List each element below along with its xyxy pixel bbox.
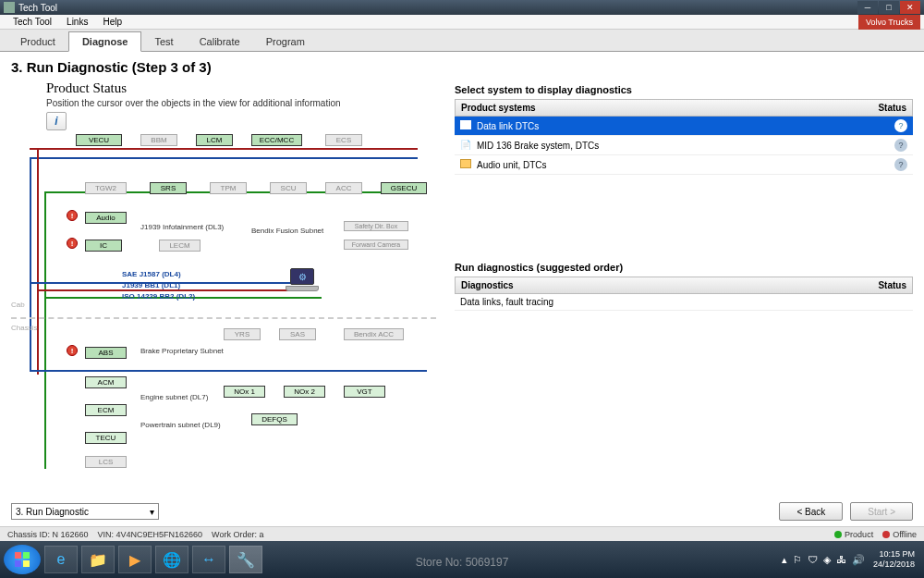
tray-time: 10:15 PM — [873, 549, 915, 560]
node-sas[interactable]: SAS — [279, 328, 316, 340]
system-label: Audio unit, DTCs — [477, 160, 861, 170]
back-button[interactable]: < Back — [779, 502, 843, 521]
taskbar-teamviewer[interactable]: ↔ — [192, 546, 225, 573]
product-status-title: Product Status — [46, 80, 445, 96]
module-icon: 📄 — [460, 140, 473, 151]
system-row-audio[interactable]: Audio unit, DTCs ? — [455, 155, 913, 175]
label-engine: Engine subnet (DL7) — [140, 393, 208, 401]
run-diagnostics-title: Run diagnostics (suggested order) — [455, 262, 913, 273]
step-dropdown[interactable]: 3. Run Diagnostic ▾ — [11, 503, 159, 520]
taskbar: e 📁 ▶ 🌐 ↔ 🔧 Store No: 5069197 ▴ ⚐ 🛡 ◈ 🖧 … — [0, 541, 924, 578]
node-eccmcc[interactable]: ECC/MCC — [251, 134, 302, 146]
node-vgt[interactable]: VGT — [344, 386, 385, 398]
minimize-button[interactable]: ─ — [857, 1, 878, 14]
node-abs[interactable]: ABS — [85, 347, 127, 359]
start-button[interactable]: Start > — [850, 502, 913, 521]
tray-date: 24/12/2018 — [873, 560, 915, 570]
status-icon: ? — [861, 158, 907, 171]
offline-status-dot — [882, 531, 890, 538]
tab-diagnose[interactable]: Diagnose — [68, 31, 142, 52]
node-gsecu[interactable]: GSECU — [381, 182, 427, 194]
node-lcm[interactable]: LCM — [196, 134, 233, 146]
node-yrs[interactable]: YRS — [224, 328, 261, 340]
close-button[interactable]: ✕ — [900, 1, 920, 14]
maximize-button[interactable]: □ — [879, 1, 899, 14]
node-scu[interactable]: SCU — [270, 182, 307, 194]
bottom-controls: 3. Run Diagnostic ▾ < Back Start > — [11, 500, 913, 523]
node-tecu[interactable]: TECU — [85, 432, 127, 444]
window-title: Tech Tool — [18, 3, 57, 13]
taskbar-ie[interactable]: e — [44, 546, 78, 573]
node-tgw2[interactable]: TGW2 — [85, 182, 127, 194]
label-sae: SAE J1587 (DL4) — [122, 270, 181, 278]
menu-techtool[interactable]: Tech Tool — [6, 17, 59, 27]
node-ecm[interactable]: ECM — [85, 404, 127, 416]
node-safety[interactable]: Safety Dir. Box — [344, 221, 408, 231]
status-workorder: Work Order: a — [212, 530, 263, 539]
select-system-title: Select system to display diagnostics — [455, 84, 913, 95]
tab-product[interactable]: Product — [7, 32, 68, 51]
label-cab: Cab — [11, 301, 25, 309]
diag-header-col1: Diagnostics — [461, 280, 860, 290]
node-lecm[interactable]: LECM — [159, 240, 201, 252]
info-button[interactable]: i — [46, 112, 67, 130]
dropdown-label: 3. Run Diagnostic — [16, 507, 89, 517]
diag-row[interactable]: Data links, fault tracing — [455, 294, 913, 311]
tray-flag-icon[interactable]: ⚐ — [793, 554, 802, 566]
tab-program[interactable]: Program — [253, 32, 318, 51]
menu-help[interactable]: Help — [95, 17, 129, 27]
product-status-subtitle: Position the cursor over the objects in … — [46, 98, 445, 108]
node-bendixacc[interactable]: Bendix ACC — [344, 328, 404, 340]
node-srs[interactable]: SRS — [150, 182, 187, 194]
system-row-datalink[interactable]: Data link DTCs ? — [455, 117, 913, 136]
node-vecu[interactable]: VECU — [76, 134, 122, 146]
node-ecs[interactable]: ECS — [325, 134, 362, 146]
tray-volume-icon[interactable]: 🔊 — [852, 554, 865, 566]
svg-rect-3 — [23, 560, 30, 567]
tray-shield-icon[interactable]: 🛡 — [808, 554, 818, 565]
tray-clock[interactable]: 10:15 PM 24/12/2018 — [873, 549, 915, 570]
node-tpm[interactable]: TPM — [210, 182, 247, 194]
tabbar: Product Diagnose Test Calibrate Program — [0, 30, 924, 52]
tab-calibrate[interactable]: Calibrate — [187, 32, 253, 51]
systems-header-col2: Status — [860, 103, 906, 113]
node-acc[interactable]: ACC — [325, 182, 362, 194]
laptop-icon: ⚙ — [284, 268, 321, 294]
left-panel: Product Status Position the cursor over … — [11, 80, 455, 497]
taskbar-explorer[interactable]: 📁 — [81, 546, 115, 573]
node-nox2[interactable]: NOx 2 — [284, 386, 325, 398]
menubar: Tech Tool Links Help Volvo Trucks — [0, 15, 924, 30]
taskbar-chrome[interactable]: 🌐 — [155, 546, 188, 573]
chevron-down-icon: ▾ — [150, 507, 154, 517]
product-status-dot — [834, 531, 842, 538]
node-acm[interactable]: ACM — [85, 376, 127, 388]
node-ic[interactable]: IC — [85, 240, 122, 252]
system-row-brake[interactable]: 📄 MID 136 Brake system, DTCs ? — [455, 136, 913, 155]
systems-header-col1: Product systems — [461, 103, 860, 113]
node-nox1[interactable]: NOx 1 — [224, 386, 265, 398]
tab-test[interactable]: Test — [141, 32, 186, 51]
node-defqs[interactable]: DEFQS — [251, 413, 298, 425]
right-panel: Select system to display diagnostics Pro… — [455, 80, 913, 497]
label-chassis: Chassis — [11, 324, 37, 332]
node-audio[interactable]: Audio — [85, 212, 127, 224]
tray-tv-icon[interactable]: ◈ — [823, 554, 831, 566]
tray-up-icon[interactable]: ▴ — [782, 554, 787, 566]
taskbar-techtool[interactable]: 🔧 — [229, 546, 262, 573]
taskbar-media[interactable]: ▶ — [118, 546, 152, 573]
statusbar: Chassis ID: N 162660 VIN: 4V4NC9EH5FN162… — [0, 526, 924, 541]
node-camera[interactable]: Forward Camera — [344, 240, 408, 250]
label-bb1: J1939 BB1 (DL1) — [122, 281, 180, 289]
error-audio-icon: ! — [67, 210, 78, 221]
start-button-win[interactable] — [4, 545, 41, 574]
label-fusion: Bendix Fusion Subnet — [251, 227, 323, 235]
brand-badge: Volvo Trucks — [858, 15, 920, 30]
node-lcs[interactable]: LCS — [85, 456, 127, 468]
node-bbm[interactable]: BBM — [140, 134, 177, 146]
status-icon: ? — [861, 139, 907, 152]
status-product: Product — [845, 530, 873, 539]
svg-rect-0 — [15, 552, 21, 559]
menu-links[interactable]: Links — [59, 17, 95, 27]
tray-network-icon[interactable]: 🖧 — [836, 554, 846, 565]
status-icon: ? — [861, 119, 907, 132]
